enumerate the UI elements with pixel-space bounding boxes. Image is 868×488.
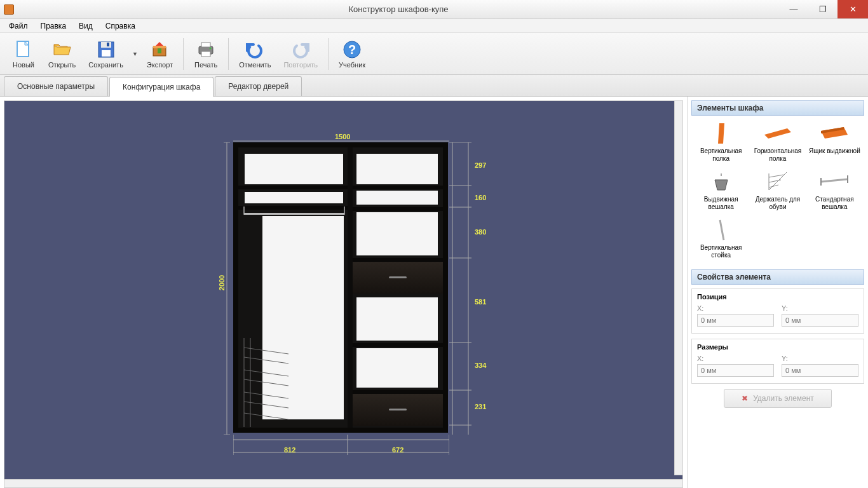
close-button[interactable]: ✕	[837, 0, 868, 18]
tab-params[interactable]: Основные параметры	[4, 76, 108, 96]
wardrobe-body[interactable]	[233, 142, 448, 433]
pos-y-input[interactable]	[782, 314, 858, 327]
tabs: Основные параметры Конфигурация шкафа Ре…	[0, 75, 868, 97]
titlebar: Конструктор шкафов-купе — ❐ ✕	[0, 0, 868, 19]
vertical-shelf-icon	[705, 122, 737, 145]
dim-y-label: Y:	[782, 355, 858, 362]
menu-help[interactable]: Справка	[99, 20, 142, 32]
save-button[interactable]: Сохранить	[82, 37, 130, 71]
app-icon	[4, 4, 14, 15]
undo-button[interactable]: Отменить	[233, 37, 277, 71]
position-title: Позиция	[697, 293, 858, 301]
dim-r-5: 334	[475, 362, 486, 369]
elements-grid: Вертикальная полка Горизонтальная полка …	[691, 119, 864, 262]
dim-r-3: 380	[475, 228, 486, 236]
print-button[interactable]: Печать	[187, 37, 224, 71]
pos-y-label: Y:	[782, 304, 858, 312]
svg-rect-2	[101, 42, 111, 48]
toolbar-separator	[328, 38, 329, 70]
std-hanger-icon	[818, 170, 850, 193]
delete-element-button[interactable]: ✖ Удалить элемент	[724, 389, 832, 408]
r-panel-5[interactable]	[356, 348, 438, 388]
r-panel-3[interactable]	[356, 212, 438, 255]
pull-hanger-icon	[705, 170, 737, 193]
element-std-hanger[interactable]: Стандартная вешалка	[808, 168, 862, 214]
left-top-panel[interactable]	[245, 154, 343, 184]
tab-config[interactable]: Конфигурация шкафа	[109, 77, 214, 97]
new-button[interactable]: Новый	[5, 37, 42, 71]
drawer-2[interactable]	[353, 394, 443, 426]
tab-doors[interactable]: Редактор дверей	[215, 76, 302, 96]
export-icon	[149, 39, 170, 60]
vertical-post-icon	[705, 219, 737, 241]
pos-x-input[interactable]	[697, 314, 774, 327]
svg-line-44	[769, 180, 781, 182]
minimize-button[interactable]: —	[779, 0, 808, 18]
pos-x-label: X:	[697, 304, 774, 312]
element-vertical-shelf[interactable]: Вертикальная полка	[694, 119, 748, 165]
toolbar-separator	[228, 38, 229, 70]
r-panel-2[interactable]	[356, 191, 438, 205]
dimensions-section: Размеры X: Y:	[691, 339, 864, 384]
dim-x-input[interactable]	[697, 364, 774, 377]
svg-rect-6	[153, 46, 166, 48]
menu-edit[interactable]: Правка	[34, 20, 73, 32]
hanger-rod[interactable]	[243, 213, 345, 215]
right-panel: Элементы шкафа Вертикальная полка Горизо…	[687, 97, 868, 488]
menu-view[interactable]: Вид	[72, 20, 99, 32]
svg-rect-9	[201, 43, 210, 47]
menu-file[interactable]: Файл	[3, 20, 34, 32]
dimensions-title: Размеры	[697, 343, 858, 351]
shoe-holder-icon	[762, 170, 794, 193]
r-panel-1[interactable]	[356, 154, 438, 184]
element-vertical-post[interactable]: Вертикальная стойка	[694, 216, 748, 262]
scrollbar-horizontal[interactable]	[4, 479, 683, 488]
drawer-1[interactable]	[353, 262, 443, 294]
svg-rect-4	[107, 43, 109, 46]
save-dropdown-icon[interactable]: ▼	[130, 51, 140, 57]
r-panel-4[interactable]	[356, 297, 438, 341]
redo-button[interactable]: Повторить	[277, 37, 324, 71]
dim-r-1: 297	[475, 161, 486, 169]
export-button[interactable]: Экспорт	[140, 37, 179, 71]
design-canvas[interactable]: 2000 1500	[4, 100, 683, 484]
element-horizontal-shelf[interactable]: Горизонтальная полка	[750, 119, 804, 165]
element-drawer[interactable]: Ящик выдвижной	[808, 119, 862, 165]
element-pull-hanger[interactable]: Выдвижная вешалка	[694, 168, 748, 214]
properties-header: Свойства элемента	[691, 269, 864, 285]
dim-x-label: X:	[697, 355, 774, 362]
vertical-divider[interactable]	[348, 147, 353, 428]
undo-icon	[245, 39, 265, 60]
canvas-wrap: 2000 1500	[0, 97, 687, 488]
dim-r-2: 160	[475, 194, 486, 201]
print-icon	[196, 39, 216, 60]
help-icon: ?	[342, 39, 362, 60]
svg-line-49	[720, 220, 724, 240]
svg-line-46	[821, 179, 848, 182]
dim-r-4: 581	[475, 298, 486, 306]
svg-rect-10	[201, 51, 210, 57]
r-shelf-2[interactable]	[353, 207, 443, 211]
left-shelf-2[interactable]	[238, 206, 348, 210]
maximize-button[interactable]: ❐	[808, 0, 837, 18]
svg-text:?: ?	[348, 43, 356, 57]
dim-y-input[interactable]	[782, 364, 858, 377]
svg-rect-3	[102, 50, 111, 57]
menubar: Файл Правка Вид Справка	[0, 19, 868, 33]
r-shelf-4[interactable]	[353, 343, 443, 347]
svg-point-11	[210, 47, 212, 49]
elements-header: Элементы шкафа	[691, 100, 864, 116]
main-area: 2000 1500	[0, 97, 868, 488]
tutorial-button[interactable]: ? Учебник	[332, 37, 372, 71]
scrollbar-vertical[interactable]	[674, 100, 683, 475]
save-icon	[96, 39, 116, 60]
left-shelf-1[interactable]	[238, 186, 348, 189]
svg-line-41	[769, 172, 787, 190]
r-shelf-1[interactable]	[353, 186, 443, 189]
horizontal-shelf-icon	[762, 122, 794, 145]
open-button[interactable]: Открыть	[42, 37, 82, 71]
shoe-rack[interactable]	[241, 338, 288, 427]
drawer-icon	[818, 122, 850, 145]
element-shoe-holder[interactable]: Держатель для обуви	[750, 168, 804, 214]
left-panel-2[interactable]	[245, 192, 343, 203]
